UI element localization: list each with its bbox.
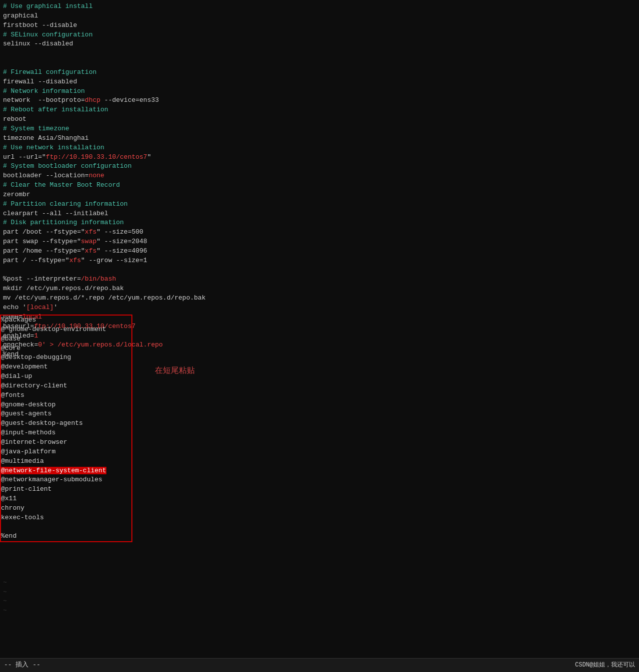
pkg-line-19: @print-client <box>1 485 131 494</box>
line-8: # Firewall configuration <box>3 68 636 77</box>
pkg-line-5: @desktop-debugging <box>1 353 131 362</box>
pkg-line-8: @directory-client <box>1 381 131 391</box>
pkg-line-10: @gnome-desktop <box>1 400 131 410</box>
line-15: timezone Asia/Shanghai <box>3 134 636 143</box>
line-18: # System bootloader configuration <box>3 162 636 171</box>
line-7 <box>3 58 636 68</box>
editor-area: # Use graphical install graphical firstb… <box>0 0 639 646</box>
packages-box: %packages @^gnome-desktop-environment @b… <box>0 315 132 542</box>
line-4: # SELinux configuration <box>3 30 636 40</box>
line-1: # Use graphical install <box>3 2 636 11</box>
line-2: graphical <box>3 11 636 21</box>
pkg-line-3: @base <box>1 335 131 344</box>
line-6 <box>3 49 636 58</box>
line-5: selinux --disabled <box>3 39 636 49</box>
line-13: reboot <box>3 115 636 124</box>
status-bar: -- 插入 -- CSDN@姐姐，我还可以 <box>0 658 639 672</box>
line-30: %post --interpreter=/bin/bash <box>3 275 636 284</box>
tilde-4: ~ <box>3 606 636 616</box>
tilde-2: ~ <box>3 588 636 597</box>
pkg-line-12: @guest-desktop-agents <box>1 419 131 428</box>
pkg-line-18: @networkmanager-submodules <box>1 475 131 485</box>
line-10: # Network information <box>3 87 636 96</box>
pkg-line-23 <box>1 523 131 532</box>
pkg-line-4: @core <box>1 344 131 353</box>
line-26: part swap --fstype="swap" --size=2048 <box>3 237 636 247</box>
tilde-section: ~ ~ ~ ~ <box>3 578 636 616</box>
line-20: # Clear the Master Boot Record <box>3 181 636 190</box>
line-12: # Reboot after installation <box>3 105 636 115</box>
line-27: part /home --fstype="xfs" --size=4096 <box>3 247 636 256</box>
line-9: firewall --disabled <box>3 77 636 87</box>
pkg-line-24: %end <box>1 532 131 541</box>
line-32: mv /etc/yum.repos.d/*.repo /etc/yum.repo… <box>3 294 636 303</box>
line-3: firstboot --disable <box>3 21 636 30</box>
pkg-line-22: kexec-tools <box>1 513 131 523</box>
line-31: mkdir /etc/yum.repos.d/repo.bak <box>3 284 636 294</box>
status-mode: -- 插入 -- <box>4 661 575 670</box>
pkg-line-7: @dial-up <box>1 372 131 381</box>
pkg-line-14: @internet-browser <box>1 438 131 447</box>
line-17: url --url="ftp://10.190.33.10/centos7" <box>3 153 636 162</box>
pkg-line-16: @multimedia <box>1 457 131 466</box>
line-11: network --bootproto=dhcp --device=ens33 <box>3 96 636 105</box>
pkg-line-15: @java-platform <box>1 447 131 457</box>
line-25: part /boot --fstype="xfs" --size=500 <box>3 228 636 237</box>
line-24: # Disk partitioning information <box>3 218 636 228</box>
line-21: zerombr <box>3 190 636 200</box>
tilde-1: ~ <box>3 578 636 588</box>
tooltip-text: 在短尾粘贴 <box>155 364 195 376</box>
pkg-line-1: %packages <box>1 316 131 325</box>
line-29 <box>3 266 636 275</box>
line-14: # System timezone <box>3 124 636 134</box>
line-22: # Partition clearing information <box>3 200 636 209</box>
pkg-line-9: @fonts <box>1 391 131 400</box>
line-23: clearpart --all --initlabel <box>3 209 636 219</box>
line-28: part / --fstype="xfs" --grow --size=1 <box>3 256 636 266</box>
status-right: CSDN@姐姐，我还可以 <box>575 661 635 670</box>
line-19: bootloader --location=none <box>3 171 636 181</box>
line-33: echo '[local]' <box>3 303 636 313</box>
tilde-3: ~ <box>3 597 636 606</box>
pkg-line-13: @input-methods <box>1 428 131 438</box>
pkg-line-21: chrony <box>1 504 131 513</box>
line-16: # Use network installation <box>3 143 636 153</box>
pkg-line-2: @^gnome-desktop-environment <box>1 325 131 335</box>
pkg-line-11: @guest-agents <box>1 409 131 419</box>
pkg-line-17: @network-file-system-client <box>1 466 131 476</box>
pkg-line-6: @development <box>1 362 131 372</box>
pkg-line-20: @x11 <box>1 494 131 504</box>
